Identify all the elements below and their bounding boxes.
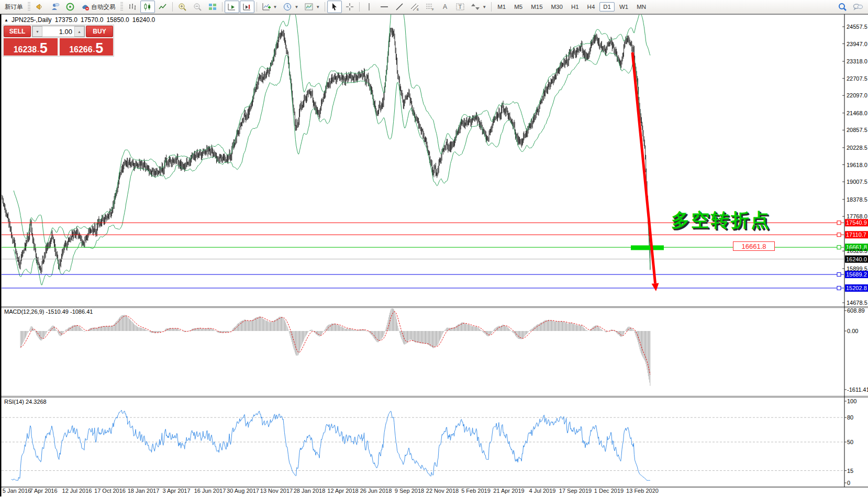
price-axis-tick: 22707.5	[847, 75, 867, 82]
candlestick-chart-button[interactable]	[140, 1, 155, 13]
candlestick-icon	[143, 2, 152, 12]
chevron-down-icon: ▼	[273, 5, 277, 9]
timeframe-m5-button[interactable]: M5	[510, 2, 526, 12]
publisher-button[interactable]	[32, 1, 47, 13]
line-anchor-square[interactable]	[837, 273, 841, 277]
date-axis-label: 4 Jul 2019	[529, 488, 556, 494]
zoom-out-button[interactable]	[190, 1, 205, 13]
timeframe-h1-button[interactable]: H1	[567, 2, 583, 12]
periods-button[interactable]: ▼	[280, 1, 301, 13]
timeframe-m30-button[interactable]: M30	[548, 2, 566, 12]
indicators-icon	[262, 2, 271, 12]
price-axis-tick: 21468.0	[847, 110, 867, 116]
toolbar-separator	[222, 2, 222, 12]
bollinger-lower-band	[14, 50, 650, 285]
fibonacci-button[interactable]: F	[422, 1, 437, 13]
arrows-button[interactable]: ▼	[468, 1, 489, 13]
date-axis-label: 13 Nov 2017	[260, 488, 293, 494]
indicators-button[interactable]: ▼	[259, 1, 280, 13]
user-cloud-icon	[50, 2, 60, 12]
macd-pane-label: MACD(12,26,9) -1510.49 -1086.41	[4, 308, 93, 315]
auto-scroll-button[interactable]	[225, 1, 239, 13]
buy-price-display[interactable]: 16266 . 5	[60, 38, 114, 56]
buy-price-main: 16266	[69, 45, 93, 54]
tile-windows-button[interactable]	[205, 1, 220, 13]
text-button[interactable]: A	[438, 1, 452, 13]
line-chart-button[interactable]	[155, 1, 170, 13]
timeframe-mn-button[interactable]: MN	[633, 2, 650, 12]
sell-price-display[interactable]: 16238 . 5	[4, 38, 58, 56]
channel-icon: E	[410, 2, 419, 12]
chevron-down-icon: ▼	[482, 5, 486, 9]
timeframe-m1-button[interactable]: M1	[494, 2, 509, 12]
sell-price-main: 16238	[14, 45, 37, 54]
signal-button[interactable]	[63, 1, 77, 13]
chat-button[interactable]	[850, 1, 866, 13]
date-axis-label: 12 Apr 2018	[327, 488, 358, 494]
volume-decrease-button[interactable]: ▼	[32, 26, 42, 37]
community-button[interactable]	[48, 1, 62, 13]
date-axis-label: 26 Jun 2018	[360, 488, 392, 494]
price-bars	[2, 28, 650, 274]
date-axis-label: 30 Aug 2017	[227, 488, 259, 494]
date-axis-label: 16 Jun 2017	[194, 488, 226, 494]
collapse-icon[interactable]: ▲	[4, 18, 8, 23]
axis-price-label: 15202.8	[846, 285, 867, 291]
svg-text:F: F	[432, 8, 434, 11]
price-axis-tick: 19007.5	[847, 179, 867, 185]
line-anchor-square[interactable]	[837, 233, 841, 237]
axis-price-label: 16240.0	[846, 256, 867, 262]
rsi-line	[12, 410, 650, 480]
line-anchor-square[interactable]	[837, 246, 841, 249]
price-callout-box[interactable]: 16661.8	[733, 241, 775, 251]
volume-input[interactable]	[42, 26, 74, 37]
price-axis-tick: 24557.5	[847, 24, 867, 30]
sell-button[interactable]: SELL	[4, 26, 31, 37]
chevron-down-icon: ▼	[316, 5, 320, 9]
toolbar-separator	[359, 2, 360, 12]
templates-button[interactable]: ▼	[302, 1, 322, 13]
turning-point-annotation[interactable]: 多空转折点	[671, 208, 771, 233]
search-button[interactable]	[835, 1, 850, 13]
crosshair-button[interactable]	[342, 1, 357, 13]
timeframe-w1-button[interactable]: W1	[616, 2, 632, 12]
rsi-value: 24.3268	[26, 399, 47, 405]
toolbar-separator	[325, 2, 325, 12]
line-anchor-square[interactable]	[837, 286, 841, 290]
volume-increase-button[interactable]: ▲	[74, 26, 84, 37]
line-anchor-square[interactable]	[837, 221, 841, 225]
rsi-pane-label: RSI(14) 24.3268	[4, 399, 47, 405]
price-axis-tick: 14678.5	[847, 300, 867, 306]
trendline-button[interactable]	[392, 1, 407, 13]
date-axis-label: 13 Feb 2020	[626, 488, 659, 494]
timeframe-d1-button[interactable]: D1	[599, 2, 615, 12]
date-axis-label: 3 Apr 2017	[162, 488, 190, 494]
auto-trading-button[interactable]: 自动交易	[78, 1, 118, 13]
vertical-line-button[interactable]	[362, 1, 376, 13]
chart-canvas[interactable]: 17540.917110.716661.816240.015689.215202…	[0, 14, 868, 497]
cursor-button[interactable]	[327, 1, 342, 13]
search-icon	[838, 2, 847, 12]
new-order-button[interactable]: 新订单	[2, 2, 26, 13]
crosshair-icon	[345, 2, 354, 12]
macd-values: -1510.49 -1086.41	[46, 308, 93, 315]
highlight-segment[interactable]	[631, 246, 664, 250]
trend-arrow-head	[652, 283, 659, 291]
macd-axis-tick: 0.00	[847, 328, 858, 334]
ohlc-low: 15850.0	[106, 16, 129, 24]
horizontal-line-button[interactable]	[377, 1, 392, 13]
channel-button[interactable]: E	[407, 1, 422, 13]
rsi-axis-tick: 0	[847, 480, 850, 486]
buy-button[interactable]: BUY	[86, 26, 113, 37]
bar-chart-button[interactable]	[125, 1, 140, 13]
chart-shift-button[interactable]	[240, 1, 254, 13]
zoom-in-button[interactable]	[175, 1, 190, 13]
chevron-down-icon: ▼	[294, 5, 298, 9]
chat-icon	[853, 2, 863, 12]
timeframe-h4-button[interactable]: H4	[584, 2, 599, 12]
auto-trading-icon	[81, 2, 90, 12]
timeframe-m15-button[interactable]: M15	[527, 2, 546, 12]
svg-text:A: A	[443, 3, 447, 10]
toolbar-separator	[257, 2, 257, 12]
text-label-button[interactable]: T	[453, 1, 468, 13]
